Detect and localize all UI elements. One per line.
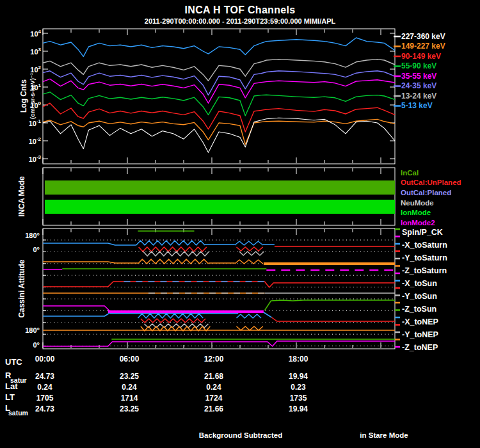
attitude-trace: [141, 319, 205, 323]
mode-panel-label: INCA Mode: [18, 176, 26, 217]
ephemeris-value: 1705: [18, 394, 72, 403]
mode-legend-entry: OutCal:UnPlaned: [401, 178, 480, 188]
mode-interval-bar: [45, 180, 395, 195]
attitude-trace: [265, 300, 396, 310]
mode-legend-entry: NeuMode: [401, 198, 480, 208]
attitude-legend-entry: -Z_toSun: [402, 303, 480, 316]
attitude-trace: [237, 247, 263, 251]
ephemeris-value: 21.68: [187, 372, 241, 381]
ephemeris-row-label: LT: [5, 392, 15, 402]
attitude-trace: [144, 324, 208, 328]
main-y-tick-label: 101: [15, 82, 41, 92]
channel-curve: [43, 79, 395, 103]
attitude-legend-entry: -X_toSaturn: [402, 239, 480, 252]
ephemeris-value: 0.23: [271, 383, 325, 392]
ephemeris-value: 0.24: [187, 383, 241, 392]
utc-tick-label: 18:00: [279, 355, 317, 364]
channel-curve: [43, 60, 395, 81]
channel-legend-entry: 5-13 keV: [395, 101, 480, 111]
attitude-y-tick-label: 180°: [14, 232, 40, 239]
ephemeris-value: 24.73: [18, 404, 72, 413]
attitude-trace: [139, 247, 207, 252]
utc-axis-label: UTC: [5, 357, 22, 367]
attitude-legend-entry: Spin/P_CK: [402, 226, 480, 239]
attitude-trace: [264, 312, 272, 317]
attitude-y-tick-label: 0°: [14, 246, 40, 253]
ephemeris-value: 23.25: [102, 404, 156, 413]
main-y-tick-label: 10-2: [15, 136, 41, 145]
attitude-trace: [143, 252, 209, 256]
attitude-trace: [235, 241, 263, 245]
attitude-legend-entry: -Y_toSaturn: [402, 252, 480, 264]
inca-tof-screenshot: INCA H TOF Channels 2011-290T00:00:00.00…: [0, 0, 480, 448]
utc-tick-label: 12:00: [195, 355, 233, 364]
attitude-trace: [272, 317, 396, 321]
attitude-trace: [237, 314, 262, 318]
ephemeris-value: 21.66: [187, 404, 241, 413]
attitude-legend-entry: -Z_toNEP: [402, 341, 480, 354]
attitude-trace: [235, 260, 263, 264]
channel-curve: [43, 103, 395, 132]
mode-legend-entry: OutCal:Planed: [401, 188, 480, 198]
stare-mode-note: in Stare Mode: [346, 431, 422, 439]
channel-legend-entry: 55-90 keV: [395, 61, 480, 72]
ephemeris-value: 19.94: [271, 372, 325, 381]
channel-legend-entry: 35-55 keV: [395, 71, 480, 81]
ephemeris-value: 0.24: [18, 383, 72, 392]
ephemeris-value: 1724: [187, 394, 241, 403]
ephemeris-value: 24.73: [18, 372, 72, 381]
main-y-tick-label: 100: [15, 100, 41, 109]
main-y-tick-label: 102: [15, 64, 41, 74]
attitude-legend-entry: -Z_toSaturn: [402, 264, 480, 277]
ephemeris-value: 0.24: [102, 383, 156, 392]
main-y-tick-label: 104: [15, 28, 41, 38]
attitude-trace: [136, 241, 205, 245]
attitude-legend-entry: -X_toSun: [402, 277, 480, 290]
attitude-legend-entry: -X_toNEP: [402, 316, 480, 328]
ephemeris-value: 1714: [102, 394, 156, 403]
channel-legend-entry: 149-227 keV: [395, 42, 480, 52]
channel-legend-entry: 13-24 keV: [395, 91, 480, 101]
attitude-trace: [138, 259, 209, 264]
main-y-tick-label: 103: [15, 46, 41, 56]
channel-curve: [43, 38, 395, 56]
attitude-legend-entry: -Y_toNEP: [402, 328, 480, 341]
ephemeris-value: 19.94: [271, 404, 325, 413]
attitude-trace: [43, 313, 110, 316]
attitude-trace: [43, 243, 136, 245]
main-y-axis-label-line1: Log Cnts: [20, 73, 28, 119]
main-y-tick-label: 10-1: [15, 118, 41, 127]
attitude-y-tick-label: 0°: [14, 341, 40, 349]
channel-legend-entry: 227-360 keV: [395, 31, 480, 42]
ephemeris-row-label: Lat: [5, 381, 18, 391]
attitude-y-tick-label: 180°: [14, 326, 40, 334]
mode-interval-bar: [45, 200, 395, 214]
ephemeris-value: 23.25: [102, 372, 156, 381]
attitude-trace: [43, 306, 110, 311]
mode-legend-entry: InCal: [401, 168, 480, 178]
attitude-legend: Spin/P_CK-X_toSaturn-Y_toSaturn-Z_toSatu…: [402, 226, 480, 354]
mode-legend: InCalOutCal:UnPlanedOutCal:PlanedNeuMode…: [401, 168, 480, 228]
attitude-panel-label: Cassini Attitude: [18, 260, 26, 318]
attitude-trace: [43, 262, 138, 263]
attitude-legend-entry: -Y_toSun: [402, 290, 480, 303]
channel-curve: [43, 92, 395, 116]
attitude-trace: [237, 326, 263, 330]
main-y-axis-label: Log Cnts (cm²-sr-s-keV)⁻¹: [20, 73, 36, 119]
ephemeris-value: 1735: [271, 394, 325, 403]
channel-legend-entry: 24-35 keV: [395, 81, 480, 92]
mode-panel-frame: [43, 168, 395, 225]
main-y-axis-units: (cm²-sr-s-keV)⁻¹: [28, 73, 36, 119]
attitude-trace: [138, 314, 204, 318]
channel-legend: 227-360 keV149-227 keV90-149 keV55-90 ke…: [395, 31, 480, 111]
utc-tick-label: 06:00: [110, 355, 148, 364]
attitude-trace: [43, 341, 395, 346]
utc-tick-label: 00:00: [26, 355, 64, 364]
mode-legend-entry: IonMode: [401, 207, 480, 218]
main-y-tick-label: 10-3: [15, 154, 41, 163]
background-subtracted-note: Background Subtracted: [183, 431, 298, 439]
channel-legend-entry: 90-149 keV: [395, 51, 480, 61]
attitude-trace: [43, 282, 395, 287]
